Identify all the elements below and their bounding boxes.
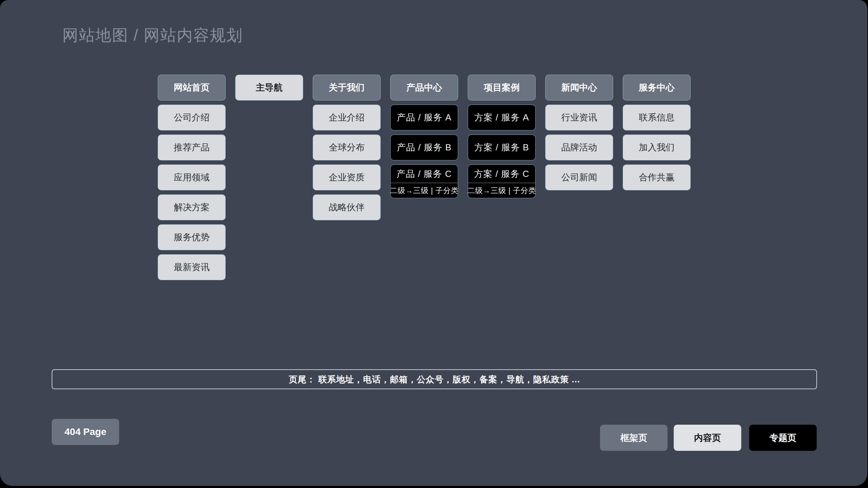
node-case-subcategories: 二级→三级 | 子分类: [468, 183, 535, 198]
legend-content-page-button[interactable]: 内容页: [674, 425, 741, 451]
node-cases-header[interactable]: 项目案例: [468, 75, 536, 100]
node-service-advantages[interactable]: 服务优势: [158, 224, 226, 250]
node-product-service-b[interactable]: 产品 / 服务 B: [390, 135, 458, 160]
column-about: 关于我们 企业介绍 全球分布 企业资质 战略伙伴: [313, 75, 381, 220]
node-about-header[interactable]: 关于我们: [313, 75, 381, 100]
node-case-service-b[interactable]: 方案 / 服务 B: [468, 135, 536, 160]
column-main-nav: 主导航: [235, 75, 303, 100]
page-404-node[interactable]: 404 Page: [52, 419, 119, 445]
node-products-header[interactable]: 产品中心: [390, 75, 458, 100]
node-win-win[interactable]: 合作共赢: [623, 165, 691, 190]
node-home-header[interactable]: 网站首页: [158, 75, 226, 100]
node-strategic-partners[interactable]: 战略伙伴: [313, 194, 381, 220]
node-case-service-c[interactable]: 方案 / 服务 C 二级→三级 | 子分类: [468, 165, 536, 198]
node-product-service-c[interactable]: 产品 / 服务 C 二级→三级 | 子分类: [390, 165, 458, 198]
column-cases: 项目案例 方案 / 服务 A 方案 / 服务 B 方案 / 服务 C 二级→三级…: [468, 75, 536, 198]
column-service: 服务中心 联系信息 加入我们 合作共赢: [623, 75, 691, 190]
node-application-areas[interactable]: 应用领域: [158, 165, 226, 190]
node-global-presence[interactable]: 全球分布: [313, 135, 381, 160]
node-news-header[interactable]: 新闻中心: [545, 75, 613, 100]
node-company-news[interactable]: 公司新闻: [545, 165, 613, 190]
node-product-service-c-label: 产品 / 服务 C: [391, 165, 458, 183]
node-featured-products[interactable]: 推荐产品: [158, 135, 226, 160]
node-corp-qualifications[interactable]: 企业资质: [313, 165, 381, 190]
node-industry-news[interactable]: 行业资讯: [545, 105, 613, 130]
column-news: 新闻中心 行业资讯 品牌活动 公司新闻: [545, 75, 613, 190]
node-case-service-a[interactable]: 方案 / 服务 A: [468, 105, 536, 130]
node-latest-news[interactable]: 最新资讯: [158, 254, 226, 280]
node-main-nav[interactable]: 主导航: [235, 75, 303, 100]
sitemap-canvas: 网站地图 / 网站内容规划 网站首页 公司介绍 推荐产品 应用领域 解决方案 服…: [0, 0, 867, 486]
column-products: 产品中心 产品 / 服务 A 产品 / 服务 B 产品 / 服务 C 二级→三级…: [390, 75, 458, 198]
node-solutions[interactable]: 解决方案: [158, 194, 226, 220]
node-contact-info[interactable]: 联系信息: [623, 105, 691, 130]
node-join-us[interactable]: 加入我们: [623, 135, 691, 160]
legend-special-page-button[interactable]: 专题页: [749, 425, 817, 451]
node-product-subcategories: 二级→三级 | 子分类: [391, 183, 458, 198]
node-product-service-a[interactable]: 产品 / 服务 A: [390, 105, 458, 130]
node-company-intro[interactable]: 公司介绍: [158, 105, 226, 130]
column-home: 网站首页 公司介绍 推荐产品 应用领域 解决方案 服务优势 最新资讯: [158, 75, 226, 280]
node-service-header[interactable]: 服务中心: [623, 75, 691, 100]
legend-frame-page-button[interactable]: 框架页: [600, 425, 668, 451]
page-title: 网站地图 / 网站内容规划: [62, 25, 243, 46]
footer-node[interactable]: 页尾： 联系地址，电话，邮箱，公众号，版权，备案，导航，隐私政策 ...: [52, 369, 817, 389]
node-corp-intro[interactable]: 企业介绍: [313, 105, 381, 130]
node-brand-events[interactable]: 品牌活动: [545, 135, 613, 160]
node-case-service-c-label: 方案 / 服务 C: [468, 165, 535, 183]
